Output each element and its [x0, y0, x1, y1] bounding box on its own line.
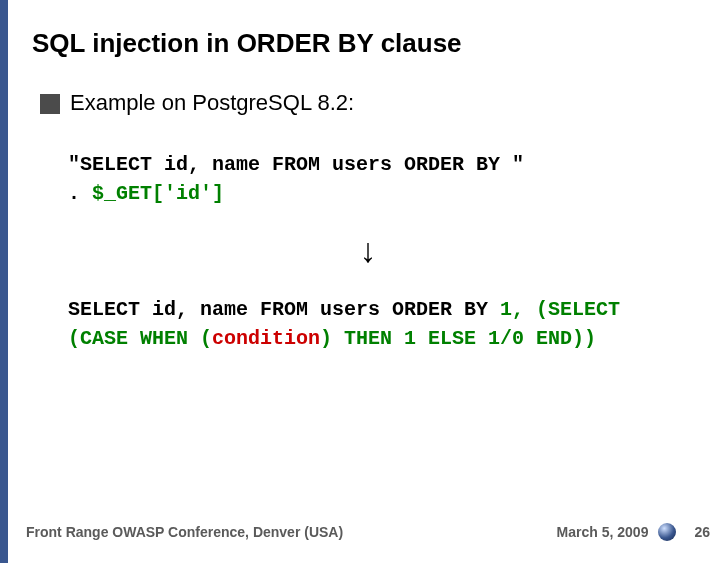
owasp-logo-icon — [658, 523, 676, 541]
bullet-item: Example on PostgreSQL 8.2: — [40, 90, 354, 116]
code-text-red: condition — [212, 327, 320, 350]
code-text-green: $_GET['id'] — [92, 182, 224, 205]
code-block-result: SELECT id, name FROM users ORDER BY 1, (… — [68, 295, 688, 353]
code-text-green: ) THEN 1 ELSE 1/0 END)) — [320, 327, 596, 350]
page-number: 26 — [694, 524, 710, 540]
code-text: SELECT id, name FROM users ORDER BY — [68, 298, 500, 321]
slide-title: SQL injection in ORDER BY clause — [32, 28, 462, 59]
code-text: . — [68, 182, 92, 205]
footer-date: March 5, 2009 — [557, 524, 649, 540]
bullet-text: Example on PostgreSQL 8.2: — [70, 90, 354, 116]
bullet-icon — [40, 94, 60, 114]
footer-conference: Front Range OWASP Conference, Denver (US… — [26, 524, 557, 540]
down-arrow-icon: ↓ — [8, 232, 728, 270]
slide-footer: Front Range OWASP Conference, Denver (US… — [26, 523, 710, 541]
code-block-source: "SELECT id, name FROM users ORDER BY ". … — [68, 150, 688, 208]
code-text: "SELECT id, name FROM users ORDER BY " — [68, 153, 524, 176]
slide: SQL injection in ORDER BY clause Example… — [0, 0, 728, 563]
